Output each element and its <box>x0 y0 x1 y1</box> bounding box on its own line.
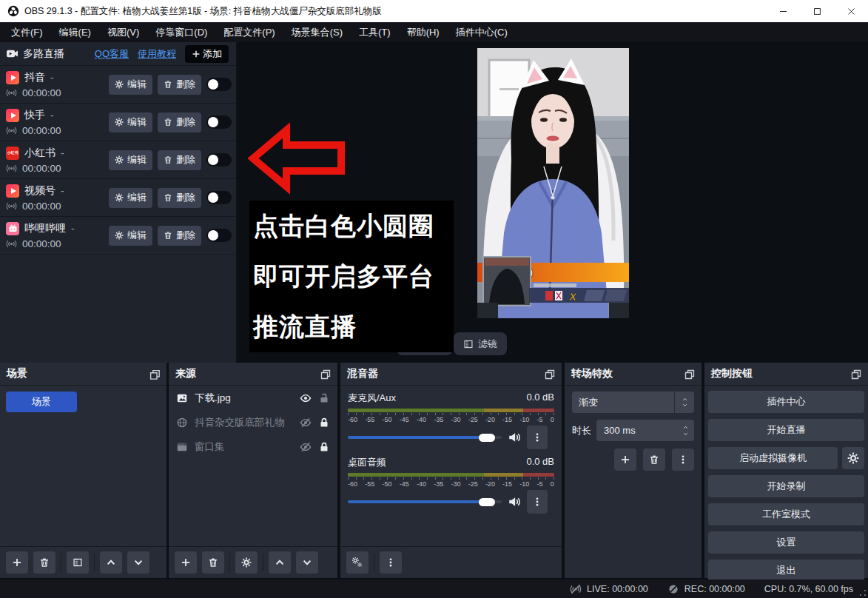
settings-button[interactable]: 设置 <box>708 531 864 554</box>
remove-transition-button[interactable] <box>643 448 665 471</box>
transitions-dock: 转场特效 渐变 时长 300 ms <box>565 363 702 578</box>
scale-tick: 0 <box>551 416 554 423</box>
stream-toggle[interactable] <box>206 78 232 91</box>
speaker-icon[interactable] <box>508 431 521 444</box>
eye-off-icon[interactable] <box>300 417 312 429</box>
toggle-knob <box>208 117 218 127</box>
tutorial-link[interactable]: 使用教程 <box>138 47 176 61</box>
delete-button[interactable]: 删除 <box>158 150 201 170</box>
scale-tick: -15 <box>502 480 512 488</box>
menu-edit[interactable]: 编辑(E) <box>51 22 99 42</box>
edit-button[interactable]: 编辑 <box>109 150 152 170</box>
add-source-button[interactable] <box>175 551 197 574</box>
delete-button[interactable]: 删除 <box>158 226 201 246</box>
edit-button[interactable]: 编辑 <box>109 188 152 208</box>
volume-slider[interactable] <box>348 436 502 439</box>
volume-meter <box>348 409 554 412</box>
speaker-icon[interactable] <box>508 495 521 508</box>
close-button[interactable] <box>834 0 868 22</box>
source-row[interactable]: 抖音杂交版底部礼物 <box>169 410 337 434</box>
audio-settings-button[interactable] <box>346 551 369 574</box>
add-scene-button[interactable] <box>6 551 28 574</box>
stream-toggle[interactable] <box>206 153 232 167</box>
platform-name: 视频号 <box>24 184 55 198</box>
volume-slider[interactable] <box>348 500 502 503</box>
remove-scene-button[interactable] <box>33 551 55 574</box>
lock-icon[interactable] <box>318 417 330 429</box>
menu-tools[interactable]: 工具(T) <box>351 22 399 42</box>
shipinhao-icon <box>6 184 19 198</box>
filter-icon <box>73 557 83 568</box>
menu-profile[interactable]: 配置文件(P) <box>215 22 283 42</box>
lock-icon[interactable] <box>318 441 330 453</box>
slider-knob[interactable] <box>479 498 495 506</box>
scene-up-button[interactable] <box>100 551 122 574</box>
scale-tick: -20 <box>485 416 495 423</box>
menu-plugin-center[interactable]: 插件中心(C) <box>448 22 516 42</box>
multistream-header: 多路直播 QQ客服 使用教程 添加 <box>0 42 236 66</box>
maximize-button[interactable] <box>800 0 834 22</box>
start-streaming-button[interactable]: 开始直播 <box>708 419 864 441</box>
source-properties-button[interactable] <box>235 551 258 574</box>
channel-menu-button[interactable] <box>527 490 548 514</box>
platform-suffix: - <box>50 72 54 84</box>
menu-help[interactable]: 帮助(H) <box>399 22 448 42</box>
spinner-arrows[interactable] <box>676 425 694 437</box>
start-virtual-camera-button[interactable]: 启动虚拟摄像机 <box>708 447 838 469</box>
stream-time: 00:00:00 <box>22 238 61 249</box>
source-up-button[interactable] <box>269 551 291 574</box>
minimize-button[interactable] <box>766 0 800 22</box>
eye-icon[interactable] <box>300 392 312 404</box>
eye-off-icon[interactable] <box>300 441 312 453</box>
scale-tick: -5 <box>537 480 543 488</box>
remove-source-button[interactable] <box>202 551 224 574</box>
duration-input[interactable]: 300 ms <box>596 420 694 441</box>
popout-icon[interactable] <box>684 369 695 380</box>
edit-button[interactable]: 编辑 <box>109 112 152 132</box>
scale-tick: -30 <box>451 480 460 488</box>
source-row[interactable]: 窗口集 <box>169 434 337 459</box>
popout-icon[interactable] <box>850 369 861 380</box>
virtual-camera-settings-button[interactable] <box>842 447 864 469</box>
slider-knob[interactable] <box>479 434 495 442</box>
start-recording-button[interactable]: 开始录制 <box>708 475 864 497</box>
stream-toggle[interactable] <box>206 191 232 204</box>
plugin-center-button[interactable]: 插件中心 <box>708 391 864 413</box>
menu-scene-collection[interactable]: 场景集合(S) <box>283 22 351 42</box>
channel-menu-button[interactable] <box>527 426 548 449</box>
edit-button[interactable]: 编辑 <box>109 75 152 95</box>
add-transition-button[interactable] <box>614 448 636 471</box>
delete-button[interactable]: 删除 <box>158 75 201 95</box>
qq-service-link[interactable]: QQ客服 <box>95 47 129 61</box>
source-row[interactable]: 下载.jpg <box>169 386 337 410</box>
menu-file[interactable]: 文件(F) <box>3 22 51 42</box>
source-down-button[interactable] <box>296 551 318 574</box>
menu-docks[interactable]: 停靠窗口(D) <box>147 22 215 42</box>
exit-button[interactable]: 退出 <box>708 560 864 582</box>
add-platform-button[interactable]: 添加 <box>185 45 229 63</box>
filters-button[interactable]: 滤镜 <box>454 332 507 355</box>
unlock-icon[interactable] <box>318 392 330 404</box>
stream-toggle[interactable] <box>206 115 232 129</box>
delete-button[interactable]: 删除 <box>158 112 201 132</box>
scene-item-selected[interactable]: 场景 <box>6 392 77 412</box>
popout-icon[interactable] <box>544 369 555 380</box>
rec-time: REC: 00:00:00 <box>684 584 745 594</box>
studio-mode-button[interactable]: 工作室模式 <box>708 503 864 525</box>
mixer-menu-button[interactable] <box>380 551 402 574</box>
stream-toggle[interactable] <box>206 229 232 242</box>
popout-icon[interactable] <box>149 369 160 380</box>
edit-label: 编辑 <box>127 229 147 242</box>
transition-menu-button[interactable] <box>672 448 694 471</box>
delete-button[interactable]: 删除 <box>158 188 201 208</box>
edit-button[interactable]: 编辑 <box>109 226 152 246</box>
scene-filters-button[interactable] <box>67 551 89 574</box>
resize-grip[interactable] <box>859 589 867 597</box>
window-source-icon <box>176 441 188 453</box>
transition-select[interactable]: 渐变 <box>572 392 694 413</box>
popout-icon[interactable] <box>320 369 331 380</box>
scene-down-button[interactable] <box>127 551 149 574</box>
menu-view[interactable]: 视图(V) <box>99 22 147 42</box>
mixer-channel-mic: 麦克风/Aux 0.0 dB -60-55-50-45-40-35-30-25-… <box>340 386 562 450</box>
trash-icon <box>164 231 172 240</box>
